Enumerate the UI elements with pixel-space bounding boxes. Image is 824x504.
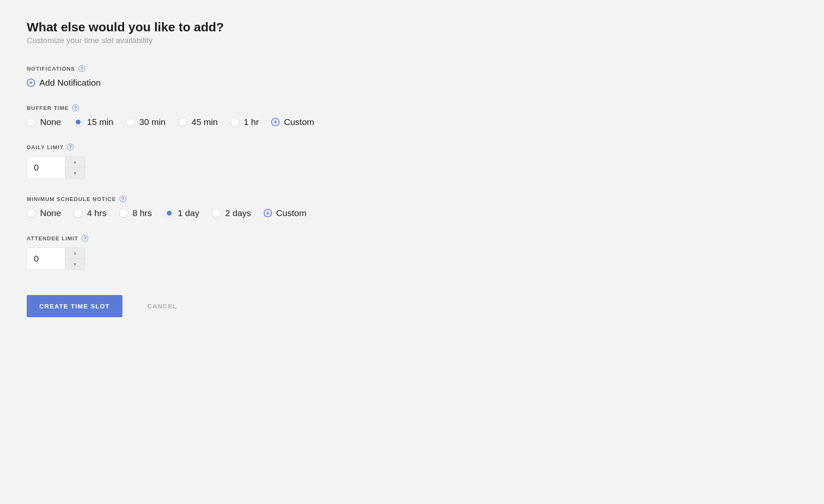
add-notification-button[interactable]: + Add Notification (27, 78, 797, 88)
buffer-time-option-15min[interactable]: 15 min (74, 117, 113, 127)
plus-circle-icon: + (27, 79, 35, 87)
add-notification-label: Add Notification (39, 78, 101, 88)
attendee-limit-increment[interactable]: ▲ (65, 248, 85, 259)
min-schedule-notice-options: None 4 hrs 8 hrs 1 day 2 days + Custom (27, 208, 797, 218)
radio-label: 1 hr (244, 117, 259, 127)
page-title: What else would you like to add? (27, 20, 797, 34)
buffer-time-option-1hr[interactable]: 1 hr (230, 117, 259, 127)
radio-icon (74, 117, 83, 127)
radio-icon (27, 209, 36, 218)
plus-circle-icon: + (264, 209, 272, 217)
buffer-time-option-30min[interactable]: 30 min (126, 117, 165, 127)
radio-label: 2 days (225, 208, 251, 218)
radio-icon (27, 117, 36, 127)
min-schedule-notice-section: Minimum Schedule Notice ? None 4 hrs 8 h… (27, 196, 797, 218)
attendee-limit-input[interactable] (27, 248, 65, 270)
help-icon[interactable]: ? (72, 104, 79, 111)
buffer-time-label: Buffer Time (27, 105, 69, 111)
radio-icon (212, 209, 221, 218)
plus-circle-icon: + (271, 118, 280, 126)
radio-label: 4 hrs (87, 208, 107, 218)
cancel-button[interactable]: Cancel (148, 303, 178, 310)
chevron-up-icon: ▲ (73, 251, 77, 255)
attendee-limit-label: Attendee Limit (27, 235, 78, 242)
radio-label: 1 day (178, 208, 199, 218)
radio-label: 8 hrs (132, 208, 152, 218)
custom-label: Custom (276, 208, 306, 218)
buffer-time-option-45min[interactable]: 45 min (178, 117, 218, 127)
buffer-time-section: Buffer Time ? None 15 min 30 min 45 min … (27, 104, 797, 127)
help-icon[interactable]: ? (120, 196, 126, 202)
radio-label: 30 min (139, 117, 165, 127)
radio-icon (230, 117, 239, 127)
help-icon[interactable]: ? (81, 235, 88, 242)
attendee-limit-stepper: ▲ ▼ (27, 247, 85, 270)
daily-limit-stepper: ▲ ▼ (27, 156, 85, 179)
radio-label: None (40, 117, 61, 127)
daily-limit-label: Daily Limit (27, 144, 64, 150)
custom-label: Custom (284, 117, 314, 127)
daily-limit-input[interactable] (27, 157, 65, 178)
radio-icon (178, 117, 187, 127)
chevron-up-icon: ▲ (73, 160, 77, 164)
daily-limit-section: Daily Limit ? ▲ ▼ (27, 144, 797, 179)
create-time-slot-button[interactable]: Create Time Slot (27, 295, 122, 317)
attendee-limit-decrement[interactable]: ▼ (65, 259, 85, 270)
form-actions: Create Time Slot Cancel (27, 295, 797, 317)
daily-limit-increment[interactable]: ▲ (65, 157, 85, 168)
radio-icon (74, 209, 83, 218)
msn-option-1day[interactable]: 1 day (165, 208, 199, 218)
buffer-time-option-none[interactable]: None (27, 117, 61, 127)
notifications-label: Notifications (27, 66, 75, 72)
buffer-time-custom[interactable]: + Custom (271, 117, 314, 127)
msn-option-2days[interactable]: 2 days (212, 208, 251, 218)
page-subtitle: Customize your time slot availability (27, 36, 797, 45)
radio-label: 15 min (87, 117, 113, 127)
msn-custom[interactable]: + Custom (264, 208, 306, 218)
msn-option-none[interactable]: None (27, 208, 61, 218)
radio-label: 45 min (191, 117, 218, 127)
min-schedule-notice-label: Minimum Schedule Notice (27, 196, 116, 202)
radio-icon (165, 209, 174, 218)
msn-option-8hrs[interactable]: 8 hrs (119, 208, 152, 218)
buffer-time-options: None 15 min 30 min 45 min 1 hr + Custom (27, 117, 797, 127)
help-icon[interactable]: ? (79, 65, 85, 72)
radio-label: None (40, 208, 61, 218)
radio-icon (126, 117, 135, 127)
chevron-down-icon: ▼ (73, 171, 77, 176)
help-icon[interactable]: ? (67, 144, 74, 150)
chevron-down-icon: ▼ (73, 262, 77, 267)
daily-limit-decrement[interactable]: ▼ (65, 168, 85, 179)
radio-icon (119, 209, 128, 218)
msn-option-4hrs[interactable]: 4 hrs (74, 208, 107, 218)
attendee-limit-section: Attendee Limit ? ▲ ▼ (27, 235, 797, 270)
notifications-section: Notifications ? + Add Notification (27, 65, 797, 88)
